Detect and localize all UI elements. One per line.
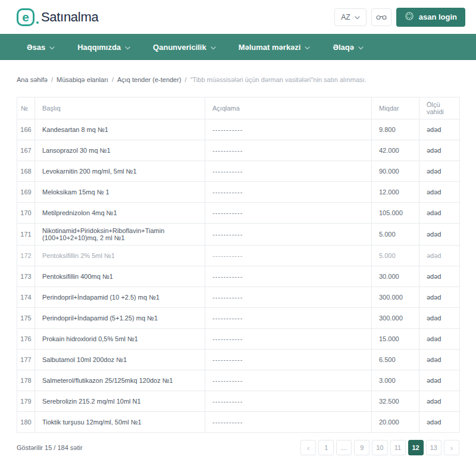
pagination-page-13[interactable]: 13: [426, 440, 441, 455]
main-navbar: ƏsasHaqqımızdaQanunvericilikMəlumat mərk…: [0, 34, 476, 60]
pagination-page-11[interactable]: 11: [390, 440, 406, 455]
pagination-prev-button[interactable]: ‹: [300, 440, 316, 455]
row-unit: ədəd: [419, 140, 460, 161]
row-quantity: 5.000: [372, 224, 419, 246]
chevron-down-icon: [305, 43, 310, 52]
table-row: 170Metilprednizolon 4mq №1-----------105…: [17, 203, 460, 224]
nav-item-label: Əsas: [27, 43, 45, 52]
row-description: -----------: [205, 391, 372, 412]
row-unit: ədəd: [419, 224, 460, 246]
row-description: -----------: [205, 266, 372, 287]
row-title: Nikotinamid+Piridoksin+Riboflavin+Tiamin…: [35, 224, 205, 246]
asan-login-button[interactable]: asan login: [396, 8, 465, 27]
breadcrumb-separator: /: [185, 76, 187, 83]
row-quantity: 105.000: [372, 203, 419, 224]
chevron-down-icon: [49, 43, 55, 52]
row-quantity: 3.000: [372, 370, 419, 391]
accessibility-button[interactable]: [371, 8, 392, 26]
column-header-unit: Ölçü vahidi: [419, 97, 460, 119]
pagination-page-1[interactable]: 1: [318, 440, 334, 455]
top-header: e Satınalma AZ asan login: [0, 0, 476, 34]
column-header-description: Açıqlama: [205, 97, 372, 119]
row-description: -----------: [205, 224, 372, 246]
row-description: -----------: [205, 203, 372, 224]
row-number: 170: [17, 203, 35, 224]
breadcrumb-link-1[interactable]: Müsabiqə elanları: [57, 76, 108, 83]
table-header-row: № Başlıq Açıqlama Miqdar Ölçü vahidi: [17, 97, 460, 119]
table-row: 177Salbutamol 10ml 200doz №1-----------6…: [17, 350, 460, 370]
breadcrumb-current: "Tibb müəssisələri üçün dərman vasitələr…: [190, 76, 367, 83]
row-title: Serebrolizin 215.2 mq/ml 10ml N1: [35, 391, 205, 412]
row-title: Lansoprazol 30 mq №1: [35, 140, 205, 161]
table-row: 172Pentoksifillin 2% 5ml №1-----------5.…: [17, 246, 460, 266]
pagination: ‹1…910111213›: [300, 440, 459, 455]
logo-wordmark: Satınalma: [41, 10, 98, 25]
pagination-ellipsis[interactable]: …: [336, 440, 352, 455]
pagination-page-12[interactable]: 12: [408, 440, 424, 455]
row-description: -----------: [205, 182, 372, 203]
row-title: Levokarnitin 200 mq/ml, 5ml №1: [35, 161, 205, 182]
row-description: -----------: [205, 350, 372, 370]
table-row: 178Salmeterol/flutikazon 25/125mkq 120do…: [17, 370, 460, 391]
tender-items-table: № Başlıq Açıqlama Miqdar Ölçü vahidi 166…: [17, 97, 460, 433]
breadcrumb-link-0[interactable]: Ana səhifə: [17, 76, 48, 83]
site-logo[interactable]: e Satınalma: [17, 8, 98, 26]
logo-dot-icon: [36, 21, 39, 24]
row-unit: ədəd: [419, 182, 460, 203]
column-header-no: №: [17, 97, 35, 119]
row-description: -----------: [205, 412, 372, 433]
table-row: 166Kandesartan 8 mq №1-----------9.800əd…: [17, 119, 460, 140]
logo-e-icon: e: [17, 8, 35, 26]
breadcrumb-separator: /: [112, 76, 114, 83]
row-number: 168: [17, 161, 35, 182]
rows-summary: Göstərilir 15 / 184 sətir: [17, 444, 83, 451]
row-description: -----------: [205, 287, 372, 308]
row-number: 166: [17, 119, 35, 140]
row-quantity: 15.000: [372, 329, 419, 350]
row-unit: ədəd: [419, 350, 460, 370]
header-controls: AZ asan login: [334, 8, 465, 27]
nav-item-0[interactable]: Əsas: [27, 43, 55, 52]
asan-logo-icon: [405, 11, 414, 23]
table-row: 175Perindopril+İndapamid (5+1.25) mq №1-…: [17, 308, 460, 329]
row-unit: ədəd: [419, 329, 460, 350]
breadcrumb-link-2[interactable]: Açıq tender (e-tender): [117, 76, 181, 83]
row-quantity: 12.000: [372, 182, 419, 203]
table-footer: Göstərilir 15 / 184 sətir ‹1…910111213›: [17, 440, 459, 465]
row-number: 167: [17, 140, 35, 161]
row-number: 173: [17, 266, 35, 287]
nav-item-label: Məlumat mərkəzi: [239, 43, 301, 52]
row-unit: ədəd: [419, 119, 460, 140]
row-quantity: 20.000: [372, 412, 419, 433]
language-dropdown[interactable]: AZ: [334, 8, 366, 26]
nav-item-1[interactable]: Haqqımızda: [77, 43, 130, 52]
row-unit: ədəd: [419, 266, 460, 287]
table-row: 176Prokain hidroxlorid 0,5% 5ml №1------…: [17, 329, 460, 350]
row-number: 171: [17, 224, 35, 246]
row-title: Metilprednizolon 4mq №1: [35, 203, 205, 224]
nav-item-4[interactable]: Əlaqə: [333, 43, 363, 52]
nav-item-2[interactable]: Qanunvericilik: [153, 43, 216, 52]
row-number: 177: [17, 350, 35, 370]
nav-item-3[interactable]: Məlumat mərkəzi: [239, 43, 311, 52]
nav-item-label: Haqqımızda: [77, 43, 121, 52]
pagination-next-button[interactable]: ›: [444, 440, 459, 455]
row-title: Perindopril+İndapamid (5+1.25) mq №1: [35, 308, 205, 329]
table-row: 174Perindopril+İndapamid (10 +2.5) mq №1…: [17, 287, 460, 308]
row-description: -----------: [205, 246, 372, 266]
row-number: 176: [17, 329, 35, 350]
breadcrumb: Ana səhifə/Müsabiqə elanları/Açıq tender…: [0, 60, 476, 97]
row-quantity: 42.000: [372, 140, 419, 161]
chevron-down-icon: [211, 43, 216, 52]
row-number: 179: [17, 391, 35, 412]
table-row: 167Lansoprazol 30 mq №1-----------42.000…: [17, 140, 460, 161]
row-unit: ədəd: [419, 412, 460, 433]
row-quantity: 300.000: [372, 287, 419, 308]
row-unit: ədəd: [419, 391, 460, 412]
column-header-quantity: Miqdar: [372, 97, 419, 119]
row-title: Meloksikam 15mq № 1: [35, 182, 205, 203]
pagination-page-9[interactable]: 9: [354, 440, 369, 455]
chevron-down-icon: [355, 13, 360, 21]
row-quantity: 30.000: [372, 266, 419, 287]
pagination-page-10[interactable]: 10: [372, 440, 387, 455]
